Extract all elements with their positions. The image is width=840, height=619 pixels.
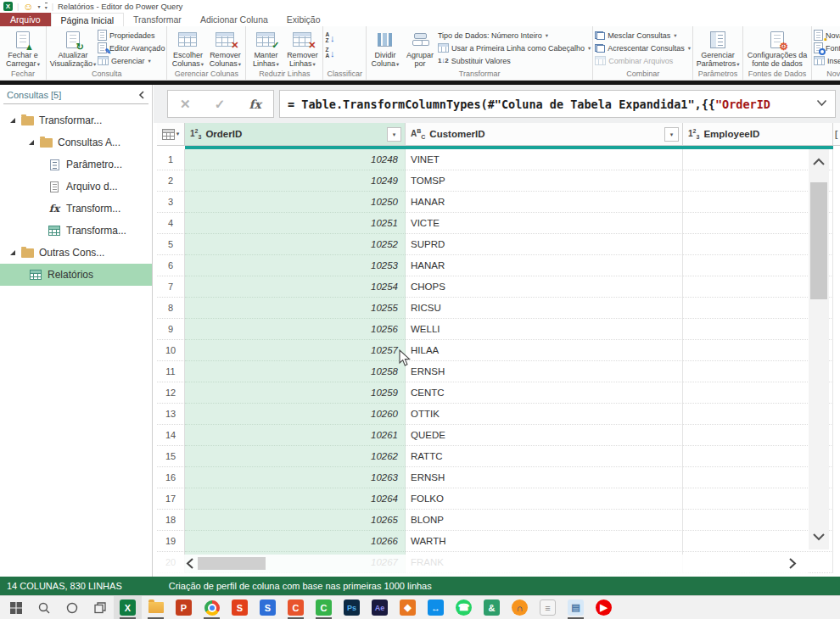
taskbar-start-button[interactable]	[2, 596, 30, 619]
profiling-message[interactable]: Criação de perfil de coluna com base nas…	[169, 581, 432, 591]
row-number[interactable]: 2	[157, 170, 185, 192]
taskbar-notepad[interactable]: ▤	[562, 596, 590, 619]
tab-adicionar-coluna[interactable]: Adicionar Coluna	[191, 13, 277, 26]
data-type-button[interactable]: Tipo de Dados: Número Inteiro▾	[438, 30, 591, 41]
cell-orderid[interactable]: 10251	[185, 213, 406, 234]
tab-pagina-inicial[interactable]: Página Inicial	[51, 13, 124, 26]
cell-orderid[interactable]: 10256	[185, 319, 406, 340]
sidebar-item-transform-[interactable]: fxTransform...	[0, 198, 152, 220]
keep-rows-button[interactable]: ✓ Manter Linhas▾	[248, 27, 283, 69]
expand-formula-bar-icon[interactable]	[816, 99, 827, 107]
row-number[interactable]: 3	[157, 192, 185, 213]
taskbar-chrome[interactable]	[198, 596, 226, 619]
row-number[interactable]: 7	[157, 276, 185, 298]
sidebar-item-outras-cons-[interactable]: Outras Cons...	[0, 242, 152, 264]
tree-expander-icon[interactable]	[29, 140, 34, 145]
column-header-orderid[interactable]: 123 OrderID ▾	[185, 123, 406, 146]
use-first-row-as-headers-button[interactable]: Usar a Primeira Linha como Cabeçalho▾	[438, 42, 591, 53]
cell-orderid[interactable]: 10250	[185, 192, 406, 213]
whole-number-type-icon[interactable]: 123	[688, 128, 699, 140]
cell-customerid[interactable]: BLONP	[406, 510, 683, 531]
row-number[interactable]: 12	[157, 382, 185, 404]
cell-customerid[interactable]: SUPRD	[406, 234, 683, 255]
remove-rows-button[interactable]: ✕ Remover Linhas▾	[283, 27, 321, 69]
taskbar-excel[interactable]: X	[114, 596, 142, 619]
column-header-employeeid[interactable]: 123 EmployeeID	[683, 123, 833, 146]
merge-queries-button[interactable]: Mesclar Consultas▾	[595, 30, 691, 41]
cell-customerid[interactable]: ERNSH	[406, 361, 683, 382]
confirm-formula-icon[interactable]: ✓	[215, 97, 226, 112]
cell-customerid[interactable]: ERNSH	[406, 467, 683, 488]
vertical-scrollbar[interactable]	[809, 149, 829, 549]
row-number[interactable]: 4	[157, 213, 185, 234]
cell-customerid[interactable]: RATTC	[406, 446, 683, 467]
scroll-left-icon[interactable]	[186, 557, 194, 570]
manage-button[interactable]: Gerenciar▾	[98, 55, 165, 66]
tab-transformar[interactable]: Transformar	[124, 13, 191, 26]
whole-number-type-icon[interactable]: 123	[190, 128, 201, 140]
taskbar-powerpoint[interactable]: P	[170, 596, 198, 619]
cell-customerid[interactable]: OTTIK	[406, 404, 683, 425]
taskbar-file-explorer[interactable]	[142, 596, 170, 619]
refresh-preview-button[interactable]: ↻ Atualizar Visualização▾	[48, 27, 98, 69]
text-type-icon[interactable]: ABC	[411, 128, 425, 140]
taskbar-cortana-button[interactable]	[58, 596, 86, 619]
taskbar-youtube-music[interactable]: ▶	[590, 596, 618, 619]
taskbar-document-app[interactable]: ≡	[534, 596, 562, 619]
cell-customerid[interactable]: WARTH	[406, 531, 683, 552]
cell-customerid[interactable]: WELLI	[406, 319, 683, 340]
column-header-customerid[interactable]: ABC CustomerID ▾	[406, 123, 683, 146]
scroll-down-icon[interactable]	[812, 533, 826, 541]
taskbar-app-green[interactable]: &	[478, 596, 506, 619]
cell-orderid[interactable]: 10257	[185, 340, 406, 361]
cell-customerid[interactable]: VINET	[406, 149, 683, 170]
cancel-formula-icon[interactable]: ✕	[180, 97, 191, 112]
cell-customerid[interactable]: TOMSP	[406, 170, 683, 192]
sort-ascending-button[interactable]: AZ↓	[325, 32, 334, 43]
cell-orderid[interactable]: 10253	[185, 255, 406, 276]
sidebar-item-par-metro-[interactable]: Parâmetro...	[0, 153, 152, 176]
cell-customerid[interactable]: QUEDE	[406, 425, 683, 446]
properties-button[interactable]: Propriedades	[98, 30, 165, 41]
cell-orderid[interactable]: 10259	[185, 382, 406, 404]
new-source-button[interactable]: ▪Nova Fonte▾	[814, 30, 840, 41]
cell-customerid[interactable]: CHOPS	[406, 276, 683, 298]
vertical-scroll-thumb[interactable]	[810, 182, 827, 299]
horizontal-scroll-thumb[interactable]	[198, 557, 266, 570]
scroll-right-icon[interactable]	[788, 557, 797, 570]
cell-customerid[interactable]: RICSU	[406, 298, 683, 319]
group-by-button[interactable]: Agrupar por	[402, 27, 438, 68]
collapse-pane-icon[interactable]	[138, 91, 145, 99]
row-number[interactable]: 17	[157, 488, 185, 510]
sidebar-item-relat-rios[interactable]: Relatórios	[0, 264, 152, 286]
taskbar-search-button[interactable]	[30, 596, 58, 619]
chevron-down-icon[interactable]: ▾	[38, 3, 41, 9]
cell-orderid[interactable]: 10249	[185, 170, 406, 192]
cell-orderid[interactable]: 10265	[185, 510, 406, 531]
cell-orderid[interactable]: 10258	[185, 361, 406, 382]
sidebar-item-consultas-a-[interactable]: Consultas A...	[0, 131, 152, 153]
sidebar-item-transforma-[interactable]: Transforma...	[0, 220, 152, 242]
cell-customerid[interactable]: HILAA	[406, 340, 683, 361]
taskbar-app-diamond[interactable]: ◆	[394, 596, 422, 619]
cell-orderid[interactable]: 10261	[185, 425, 406, 446]
taskbar-headphones-app[interactable]: ∩	[506, 596, 534, 619]
row-number[interactable]: 18	[157, 510, 185, 531]
sidebar-item-transformar-[interactable]: Transformar...	[0, 109, 152, 131]
sort-descending-button[interactable]: ZA↓	[325, 47, 334, 59]
row-number[interactable]: 11	[157, 361, 185, 382]
choose-columns-button[interactable]: Escolher Colunas▾	[169, 27, 206, 69]
data-source-settings-button[interactable]: ⚙ Configurações da fonte de dados	[745, 27, 809, 68]
row-number[interactable]: 15	[157, 446, 185, 467]
row-number[interactable]: 6	[157, 255, 185, 276]
tab-exibicao[interactable]: Exibição	[277, 13, 330, 26]
taskbar-photoshop[interactable]: Ps	[338, 596, 366, 619]
cell-orderid[interactable]: 10252	[185, 234, 406, 255]
row-number[interactable]: 16	[157, 467, 185, 488]
cell-orderid[interactable]: 10263	[185, 467, 406, 488]
sidebar-item-arquivo-d-[interactable]: Arquivo d...	[0, 176, 152, 198]
cell-orderid[interactable]: 10262	[185, 446, 406, 467]
horizontal-scrollbar[interactable]	[157, 555, 809, 573]
scroll-up-icon[interactable]	[812, 158, 826, 166]
tree-expander-icon[interactable]	[10, 118, 15, 123]
